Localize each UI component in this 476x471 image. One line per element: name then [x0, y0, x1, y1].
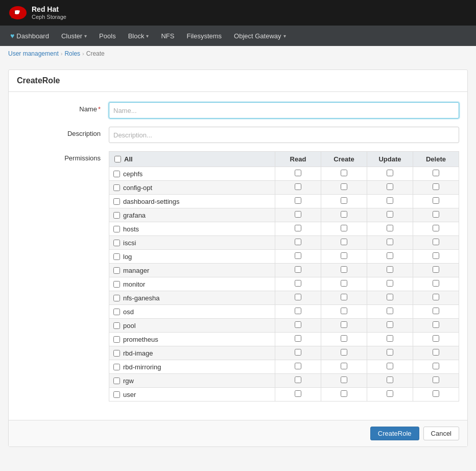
check-osd-update[interactable]: [387, 308, 393, 314]
check-hosts-update[interactable]: [387, 225, 393, 231]
check-osd-create[interactable]: [341, 308, 347, 314]
check-pool-all[interactable]: [113, 322, 120, 329]
check-pool-create[interactable]: [341, 321, 347, 328]
check-iscsi-update[interactable]: [387, 239, 393, 245]
check-dashboard-settings-create[interactable]: [341, 197, 347, 204]
check-dashboard-settings-read[interactable]: [295, 197, 301, 204]
check-pool-delete[interactable]: [433, 321, 439, 328]
nav-nfs[interactable]: NFS: [155, 26, 180, 46]
check-manager-update[interactable]: [387, 266, 393, 273]
check-nfs-ganesha-create[interactable]: [341, 294, 347, 300]
check-rbd-mirroring-read[interactable]: [295, 363, 301, 369]
check-monitor-create[interactable]: [341, 280, 347, 287]
check-rbd-image-all[interactable]: [113, 350, 120, 357]
check-rgw-delete[interactable]: [433, 376, 439, 383]
check-prometheus-read[interactable]: [295, 335, 301, 342]
check-grafana-read[interactable]: [295, 211, 301, 218]
check-rbd-mirroring-all[interactable]: [113, 364, 120, 370]
check-rbd-image-delete[interactable]: [433, 349, 439, 356]
check-rbd-mirroring-delete[interactable]: [433, 363, 439, 369]
check-osd-all[interactable]: [113, 309, 120, 315]
check-rgw-create[interactable]: [341, 376, 347, 383]
check-manager-all[interactable]: [113, 267, 120, 274]
check-user-update[interactable]: [387, 390, 393, 397]
check-user-create[interactable]: [341, 390, 347, 397]
check-rbd-image-read[interactable]: [295, 349, 301, 356]
check-hosts-read[interactable]: [295, 225, 301, 231]
check-dashboard-settings-delete[interactable]: [433, 197, 439, 204]
check-prometheus-all[interactable]: [113, 336, 120, 343]
name-input[interactable]: [109, 102, 459, 119]
check-log-update[interactable]: [387, 252, 393, 259]
check-iscsi-create[interactable]: [341, 239, 347, 245]
check-nfs-ganesha-update[interactable]: [387, 294, 393, 300]
breadcrumb-roles[interactable]: Roles: [64, 50, 80, 57]
check-monitor-all[interactable]: [113, 281, 120, 288]
check-hosts-create[interactable]: [341, 225, 347, 231]
nav-cluster[interactable]: Cluster ▾: [55, 26, 93, 46]
nav-pools[interactable]: Pools: [93, 26, 122, 46]
check-rbd-image-create[interactable]: [341, 349, 347, 356]
check-config-opt-all[interactable]: [113, 184, 120, 191]
description-input[interactable]: [109, 127, 459, 143]
check-grafana-all[interactable]: [113, 212, 120, 219]
check-hosts-all[interactable]: [113, 226, 120, 232]
check-nfs-ganesha-all[interactable]: [113, 295, 120, 301]
check-all-all[interactable]: [114, 156, 121, 162]
check-config-opt-update[interactable]: [387, 183, 393, 190]
check-user-all[interactable]: [113, 391, 120, 398]
check-nfs-ganesha-read[interactable]: [295, 294, 301, 300]
perm-read-cell: [275, 195, 321, 208]
cancel-button[interactable]: Cancel: [423, 427, 459, 440]
check-manager-create[interactable]: [341, 266, 347, 273]
check-dashboard-settings-all[interactable]: [113, 198, 120, 205]
check-prometheus-create[interactable]: [341, 335, 347, 342]
check-rgw-update[interactable]: [387, 376, 393, 383]
check-user-read[interactable]: [295, 390, 301, 397]
check-prometheus-delete[interactable]: [433, 335, 439, 342]
check-grafana-delete[interactable]: [433, 211, 439, 218]
breadcrumb-user-management[interactable]: User management: [8, 50, 59, 57]
check-rgw-read[interactable]: [295, 376, 301, 383]
check-pool-update[interactable]: [387, 321, 393, 328]
check-monitor-update[interactable]: [387, 280, 393, 287]
check-dashboard-settings-update[interactable]: [387, 197, 393, 204]
check-cephfs-delete[interactable]: [433, 170, 439, 176]
check-cephfs-create[interactable]: [341, 170, 347, 176]
check-log-all[interactable]: [113, 253, 120, 260]
check-rbd-mirroring-create[interactable]: [341, 363, 347, 369]
check-config-opt-read[interactable]: [295, 183, 301, 190]
check-iscsi-all[interactable]: [113, 240, 120, 246]
check-cephfs-all[interactable]: [113, 171, 120, 177]
check-manager-delete[interactable]: [433, 266, 439, 273]
create-role-button[interactable]: CreateRole: [370, 427, 419, 440]
check-cephfs-update[interactable]: [387, 170, 393, 176]
nav-block[interactable]: Block ▾: [122, 26, 155, 46]
check-prometheus-update[interactable]: [387, 335, 393, 342]
check-config-opt-delete[interactable]: [433, 183, 439, 190]
check-config-opt-create[interactable]: [341, 183, 347, 190]
check-monitor-delete[interactable]: [433, 280, 439, 287]
check-nfs-ganesha-delete[interactable]: [433, 294, 439, 300]
nav-dashboard[interactable]: ♥ Dashboard: [4, 26, 55, 46]
check-log-read[interactable]: [295, 252, 301, 259]
check-pool-read[interactable]: [295, 321, 301, 328]
check-cephfs-read[interactable]: [295, 170, 301, 176]
check-monitor-read[interactable]: [295, 280, 301, 287]
check-rbd-image-update[interactable]: [387, 349, 393, 356]
check-grafana-update[interactable]: [387, 211, 393, 218]
check-osd-read[interactable]: [295, 308, 301, 314]
check-log-delete[interactable]: [433, 252, 439, 259]
check-iscsi-read[interactable]: [295, 239, 301, 245]
check-osd-delete[interactable]: [433, 308, 439, 314]
check-manager-read[interactable]: [295, 266, 301, 273]
check-rgw-all[interactable]: [113, 378, 120, 384]
check-user-delete[interactable]: [433, 390, 439, 397]
check-grafana-create[interactable]: [341, 211, 347, 218]
nav-filesystems[interactable]: Filesystems: [180, 26, 228, 46]
check-log-create[interactable]: [341, 252, 347, 259]
nav-object-gateway[interactable]: Object Gateway ▾: [228, 26, 292, 46]
check-iscsi-delete[interactable]: [433, 239, 439, 245]
check-rbd-mirroring-update[interactable]: [387, 363, 393, 369]
check-hosts-delete[interactable]: [433, 225, 439, 231]
